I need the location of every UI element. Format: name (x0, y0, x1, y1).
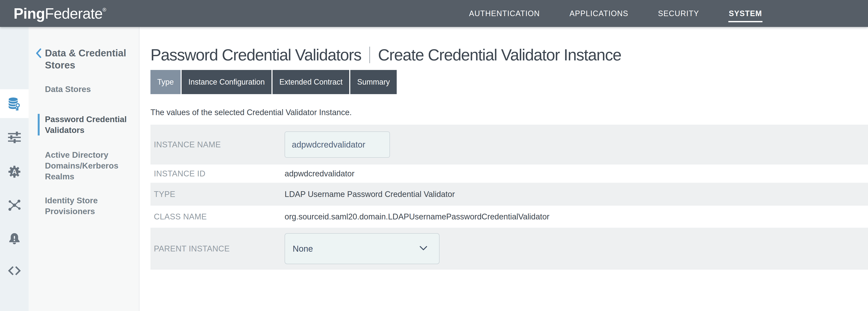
field-value-class-name: org.sourceid.saml20.domain.LDAPUsernameP… (285, 212, 550, 221)
tab-instance-configuration[interactable]: Instance Configuration (182, 70, 272, 94)
field-label-instance-name: INSTANCE NAME (151, 140, 285, 149)
network-icon (7, 198, 22, 212)
nav-item-applications[interactable]: APPLICATIONS (569, 9, 628, 18)
nav-item-authentication[interactable]: AUTHENTICATION (469, 9, 540, 18)
sliders-icon (7, 130, 22, 144)
rail-item-cluster[interactable] (0, 191, 29, 220)
rail-item-settings-sliders[interactable] (0, 123, 29, 152)
selected-option: None (293, 244, 313, 253)
back-link-data-credential-stores[interactable]: Data & Credential Stores (36, 47, 135, 71)
field-label-class-name: CLASS NAME (151, 212, 285, 221)
field-row-instance-name: INSTANCE NAME (151, 125, 868, 164)
sidebar-item-data-stores[interactable]: Data Stores (45, 84, 138, 95)
page-title-primary: Password Credential Validators (151, 45, 361, 64)
page-title: Password Credential Validators Create Cr… (151, 45, 621, 64)
rail-item-notifications[interactable] (0, 224, 29, 253)
nav-item-system[interactable]: SYSTEM (729, 9, 762, 18)
field-label-type: TYPE (151, 190, 285, 199)
chevron-down-icon (420, 246, 427, 251)
field-rows: INSTANCE NAMEINSTANCE IDadpwdcredvalidat… (151, 125, 868, 270)
database-key-icon (7, 97, 22, 111)
sidebar-item-identity-store-provisioners[interactable]: Identity Store Provisioners (45, 195, 138, 217)
nav-item-security[interactable]: SECURITY (658, 9, 699, 18)
header-nav: AUTHENTICATIONAPPLICATIONSSECURITYSYSTEM (469, 9, 868, 18)
field-label-instance-id: INSTANCE ID (151, 169, 285, 178)
sidebar-item-password-credential-validators[interactable]: Password Credential Validators (38, 114, 131, 135)
registered-mark: ® (102, 7, 106, 12)
title-divider (369, 46, 370, 63)
field-value-instance-id: adpwdcredvalidator (285, 169, 354, 178)
field-value-type: LDAP Username Password Credential Valida… (285, 190, 455, 199)
gear-icon: A (7, 165, 22, 179)
back-chevron-icon (36, 48, 41, 58)
parent-instance-select[interactable]: None (285, 233, 439, 264)
rail-item-administrative-api[interactable] (0, 256, 29, 285)
code-icon (7, 264, 22, 278)
pingfederate-logo: PingFederate® (13, 5, 106, 22)
field-row-instance-id: INSTANCE IDadpwdcredvalidator (151, 164, 868, 183)
sidebar-item-active-directory-domains-kerberos-realms[interactable]: Active Directory Domains/Kerberos Realms (45, 150, 138, 182)
field-row-parent-instance: PARENT INSTANCENone (151, 228, 868, 270)
svg-text:A: A (12, 168, 17, 176)
logo-ping: Ping (13, 5, 45, 22)
secondary-sidebar: Data & Credential Stores Data StoresPass… (29, 27, 140, 311)
intro-text: The values of the selected Credential Va… (151, 108, 352, 117)
field-label-parent-instance: PARENT INSTANCE (151, 244, 285, 253)
instance-name-input[interactable] (285, 131, 390, 158)
main-content: Password Credential Validators Create Cr… (140, 27, 868, 311)
sidebar-section-title: Data & Credential Stores (45, 47, 134, 71)
field-row-type: TYPELDAP Username Password Credential Va… (151, 183, 868, 206)
tab-summary[interactable]: Summary (350, 70, 397, 94)
top-header: PingFederate® AUTHENTICATIONAPPLICATIONS… (0, 0, 868, 27)
rail-item-server-configuration[interactable]: A (0, 157, 29, 186)
page-title-secondary: Create Credential Validator Instance (378, 45, 621, 64)
icon-rail: A (0, 27, 29, 311)
tab-extended-contract[interactable]: Extended Contract (273, 70, 349, 94)
bell-icon (7, 232, 22, 246)
rail-item-data-credential-stores[interactable] (0, 89, 29, 118)
logo-federate: Federate (45, 5, 102, 22)
tab-type[interactable]: Type (151, 70, 181, 94)
field-row-class-name: CLASS NAMEorg.sourceid.saml20.domain.LDA… (151, 206, 868, 228)
wizard-tabs: TypeInstance ConfigurationExtended Contr… (151, 70, 397, 94)
